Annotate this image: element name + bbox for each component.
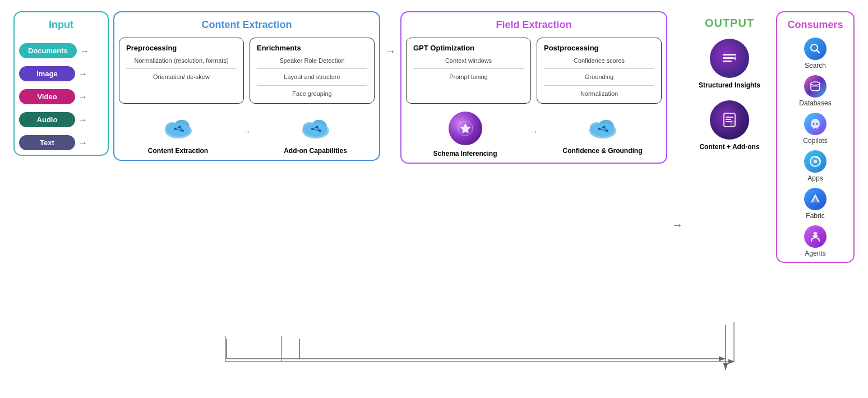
output-title: OUTPUT xyxy=(705,17,754,30)
arrow-video: → xyxy=(79,92,87,102)
schema-inferencing-label: Schema Inferencing xyxy=(433,150,497,159)
svg-point-57 xyxy=(812,234,814,235)
input-section: Input Documents → Image → Video → Audio … xyxy=(13,11,109,156)
field-extraction-title: Field Extraction xyxy=(496,19,571,31)
enrichments-item-2: Face grouping xyxy=(257,90,367,98)
consumers-title: Consumers xyxy=(787,19,843,31)
diagram-wrapper: Input Documents → Image → Video → Audio … xyxy=(8,6,860,392)
preprocessing-item-1: Orientation/ de-skew xyxy=(126,73,237,81)
svg-point-45 xyxy=(730,120,736,127)
field-extraction-top: GPT Optimization Context windows Prompt … xyxy=(406,38,662,104)
postprocessing-divider-1 xyxy=(544,85,654,86)
enrichments-box: Enrichments Speaker Role Detection Layou… xyxy=(250,38,375,104)
consumer-search: Search xyxy=(804,38,827,70)
svg-line-47 xyxy=(817,50,820,53)
gpt-opt-item-0: Context windows xyxy=(413,57,524,64)
badge-text: Text xyxy=(19,135,75,150)
svg-rect-39 xyxy=(723,57,734,59)
sections-row: Input Documents → Image → Video → Audio … xyxy=(8,6,860,392)
fabric-icon xyxy=(809,192,822,206)
arrow-documents: → xyxy=(80,46,89,56)
search-icon-circle xyxy=(804,38,827,60)
enrichments-title: Enrichments xyxy=(257,44,367,52)
preprocessing-item-0: Normalization (resolution, formats) xyxy=(126,57,237,64)
copilots-icon xyxy=(809,117,822,131)
gpt-optimization-box: GPT Optimization Context windows Prompt … xyxy=(406,38,531,104)
arrow-text: → xyxy=(79,138,87,148)
schema-to-confidence-arrow: → xyxy=(530,127,538,136)
content-extraction-label: Content Extraction xyxy=(148,147,208,156)
fe-to-output-arrow: → xyxy=(672,219,683,232)
consumers-section: Consumers Search xyxy=(776,11,855,263)
confidence-grounding-cloud-icon xyxy=(586,112,620,142)
enrichments-divider-0 xyxy=(257,68,367,69)
consumer-agents: Agents xyxy=(804,225,827,257)
content-extraction-top: Preprocessing Normalization (resolution,… xyxy=(119,38,375,104)
postprocessing-item-2: Normalization xyxy=(544,90,654,98)
content-extraction-icon-block: Content Extraction xyxy=(119,112,237,156)
field-extraction-bottom: Schema Inferencing → xyxy=(406,112,662,159)
gpt-optimization-title: GPT Optimization xyxy=(413,44,524,52)
svg-rect-42 xyxy=(726,117,733,118)
input-row-documents: Documents → xyxy=(19,43,103,58)
output-structured-item: Structured Insights xyxy=(699,39,760,90)
input-row-text: Text → xyxy=(19,135,103,150)
postprocessing-item-0: Confidence scores xyxy=(544,57,654,64)
structured-insights-label: Structured Insights xyxy=(699,81,760,90)
schema-inferencing-icon-block: Schema Inferencing xyxy=(406,112,524,159)
consumer-items: Search Databases xyxy=(782,38,849,257)
addon-capabilities-icon-block: Add-on Capabilities xyxy=(256,112,375,156)
addon-capabilities-cloud-icon xyxy=(299,112,333,142)
ce-to-fe-arrow: → xyxy=(385,45,396,58)
consumer-copilots: Copilots xyxy=(803,113,827,145)
consumer-databases: Databases xyxy=(799,75,831,107)
confidence-grounding-label: Confidence & Grounding xyxy=(563,147,643,156)
confidence-grounding-icon-block: Confidence & Grounding xyxy=(543,112,662,156)
badge-audio: Audio xyxy=(19,112,75,127)
arrow-audio: → xyxy=(79,115,87,125)
svg-point-48 xyxy=(811,82,820,85)
consumer-fabric-label: Fabric xyxy=(806,212,824,220)
content-extraction-title: Content Extraction xyxy=(201,19,292,31)
svg-rect-43 xyxy=(726,119,731,120)
svg-rect-38 xyxy=(723,54,736,55)
svg-rect-40 xyxy=(723,61,732,62)
field-extraction-section: Field Extraction GPT Optimization Contex… xyxy=(400,11,667,164)
content-extraction-section: Content Extraction Preprocessing Normali… xyxy=(113,11,380,161)
input-title: Input xyxy=(49,19,73,31)
badge-video: Video xyxy=(19,89,75,104)
enrichments-divider-1 xyxy=(257,85,367,86)
badge-image: Image xyxy=(19,66,75,81)
consumer-agents-label: Agents xyxy=(805,249,825,257)
agents-icon xyxy=(809,230,822,243)
consumer-databases-label: Databases xyxy=(799,99,831,107)
consumer-apps-label: Apps xyxy=(807,174,823,182)
svg-point-53 xyxy=(814,160,817,163)
ce-to-fe-arrow-container: → xyxy=(385,45,396,58)
input-row-video: Video → xyxy=(19,89,103,104)
consumer-fabric: Fabric xyxy=(804,188,827,220)
svg-point-51 xyxy=(816,123,818,125)
preprocessing-box: Preprocessing Normalization (resolution,… xyxy=(119,38,244,104)
postprocessing-title: Postprocessing xyxy=(544,44,654,52)
enrichments-item-0: Speaker Role Detection xyxy=(257,57,367,64)
databases-icon-circle xyxy=(804,75,827,98)
structured-insights-circle xyxy=(710,39,749,78)
fe-to-output-arrow-container: → xyxy=(672,219,683,232)
schema-icon xyxy=(458,121,473,136)
content-addons-icon xyxy=(719,110,740,130)
postprocessing-box: Postprocessing Confidence scores Groundi… xyxy=(537,38,662,104)
input-row-image: Image → xyxy=(19,66,103,81)
preprocessing-title: Preprocessing xyxy=(126,44,237,52)
apps-icon-circle xyxy=(804,150,827,173)
agents-icon-circle xyxy=(804,225,827,248)
search-icon xyxy=(809,42,822,55)
arrow-image: → xyxy=(79,69,87,79)
consumer-apps: Apps xyxy=(804,150,827,182)
consumer-search-label: Search xyxy=(805,62,826,70)
content-extraction-bottom: Content Extraction → xyxy=(119,112,375,156)
preprocessing-divider xyxy=(126,68,237,69)
gpt-opt-item-1: Prompt tuning xyxy=(413,73,524,81)
structured-insights-icon xyxy=(719,48,740,68)
input-row-audio: Audio → xyxy=(19,112,103,127)
